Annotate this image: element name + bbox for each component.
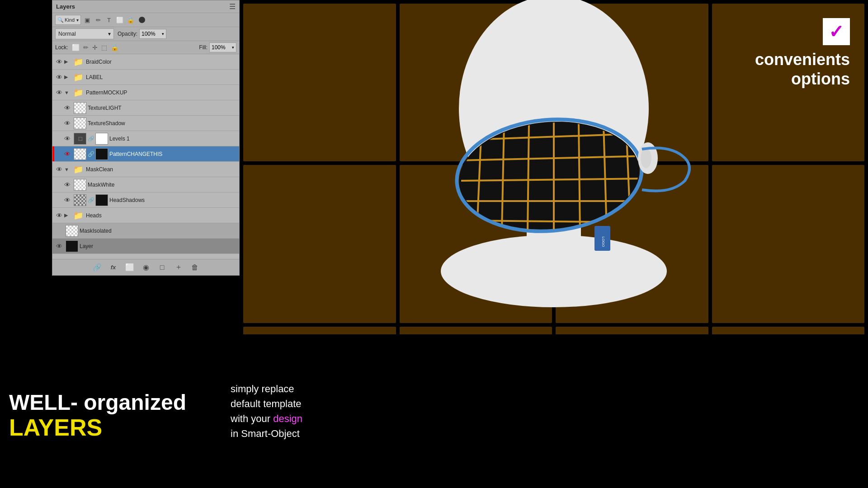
svg-text:LOGO: LOGO (601, 236, 605, 247)
filter-type-select[interactable]: 🔍 Kind ▾ (55, 15, 81, 25)
visibility-icon[interactable]: 👁 (54, 243, 64, 250)
smart-filter-icon[interactable]: 🔒 (126, 15, 135, 24)
layer-thumbnail: 📁 (72, 71, 85, 83)
panel-bottom-toolbar: 🔗 fx ⬜ ◉ □ ＋ 🗑 (52, 259, 239, 275)
bottom-left-text: WELL- organized LAYERS (0, 334, 222, 488)
layer-item-heads[interactable]: 👁 ▶ 📁 Heads (52, 208, 239, 223)
color-filter-dot[interactable] (139, 17, 145, 23)
layer-item[interactable]: 👁 TextureShadow (52, 116, 239, 131)
layer-name: Layer (80, 243, 237, 249)
new-layer-icon[interactable]: ＋ (173, 262, 184, 273)
panel-menu-icon[interactable]: ☰ (229, 2, 236, 11)
visibility-icon[interactable]: 👁 (54, 89, 64, 96)
layer-thumbnail (74, 102, 86, 114)
replace-text: simply replace default template with you… (231, 381, 321, 441)
shape-filter-icon[interactable]: ⬜ (115, 15, 124, 24)
layer-item[interactable]: 👁 TextureLIGHT (52, 100, 239, 116)
pixel-filter-icon[interactable]: ▣ (83, 15, 92, 24)
layer-item[interactable]: 👁 MaskIsolated (52, 223, 239, 239)
layer-adjustment-icon: ⬚ (74, 133, 86, 145)
visibility-icon[interactable]: 👁 (54, 166, 64, 173)
layer-item[interactable]: 👁 ▼ 📁 MaskClean (52, 162, 239, 177)
layer-thumbnail (66, 225, 78, 237)
visibility-icon[interactable]: 👁 (62, 181, 72, 188)
layer-item[interactable]: 👁 MaskWhite (52, 177, 239, 192)
layer-thumbnail: 📁 (72, 210, 85, 221)
visibility-icon[interactable]: 👁 (54, 212, 64, 219)
svg-point-2 (441, 235, 667, 307)
link-icon: 🔗 (88, 136, 94, 142)
layer-name: Levels 1 (109, 136, 237, 142)
well-organized-text: WELL- organized (9, 391, 212, 415)
layer-mask-thumbnail (95, 133, 108, 145)
checkmark-box: ✓ (823, 18, 850, 45)
layer-thumbnail (74, 179, 86, 191)
blend-mode-select[interactable]: Normal ▾ (55, 28, 114, 39)
adjustment-icon[interactable]: ◉ (141, 262, 151, 273)
layer-item[interactable]: 👁 ▶ 📁 BraidColor (52, 54, 239, 70)
visibility-icon[interactable]: 👁 (62, 150, 72, 158)
link-layers-icon[interactable]: 🔗 (92, 262, 103, 273)
group-icon[interactable]: □ (157, 262, 168, 273)
layers-yellow-text: LAYERS (9, 415, 212, 441)
lock-position-icon[interactable]: ✛ (92, 44, 98, 51)
panel-title: Layers (56, 3, 75, 10)
layer-item[interactable]: 👁 🔗 HeadShadows (52, 192, 239, 208)
visibility-icon[interactable]: 👁 (54, 58, 64, 66)
checkmark-icon: ✓ (829, 23, 844, 41)
layer-name: HeadShadows (109, 197, 237, 203)
collapse-arrow[interactable]: ▶ (64, 59, 71, 65)
layer-item[interactable]: 👁 ▶ 📁 LABEL (52, 70, 239, 85)
svg-point-19 (641, 148, 651, 168)
lock-row: Lock: ⬜ ✏ ✛ ⬚ 🔒 Fill: 100% ▾ (52, 41, 239, 54)
layer-name: MaskWhite (88, 182, 237, 188)
visibility-icon[interactable]: 👁 (54, 74, 64, 81)
layer-thumbnail (66, 240, 78, 252)
layer-name: BraidColor (86, 59, 237, 65)
fill-row: Fill: 100% ▾ (199, 42, 236, 52)
lock-artboard-icon[interactable]: ⬚ (101, 44, 107, 51)
layer-thumbnail (74, 194, 86, 206)
visibility-icon[interactable]: 👁 (62, 104, 72, 112)
panel-toolbar: 🔍 Kind ▾ ▣ ✏ T ⬜ 🔒 (52, 13, 239, 27)
layer-name: TextureShadow (88, 120, 237, 127)
opacity-input[interactable]: 100% ▾ (139, 29, 166, 39)
error-indicator (52, 146, 54, 161)
layer-name: PatternMOCKUP (86, 89, 237, 96)
visibility-icon[interactable]: 👁 (54, 227, 64, 235)
visibility-icon[interactable]: 👁 (62, 135, 72, 142)
visibility-icon[interactable]: 👁 (62, 120, 72, 127)
layer-thumbnail (74, 148, 86, 160)
collapse-arrow[interactable]: ▼ (64, 167, 71, 172)
adjustment-filter-icon[interactable]: ✏ (94, 15, 103, 24)
layer-name: Heads (86, 212, 237, 219)
badge-text: convenients options (755, 50, 850, 89)
delete-layer-icon[interactable]: 🗑 (189, 262, 200, 273)
layer-mask-thumbnail (95, 148, 108, 160)
layer-item[interactable]: 👁 Layer (52, 239, 239, 254)
layer-thumbnail: 📁 (72, 87, 85, 99)
design-highlight: design (273, 413, 302, 424)
add-mask-icon[interactable]: ⬜ (124, 262, 135, 273)
collapse-arrow[interactable]: ▶ (64, 212, 71, 218)
lock-image-icon[interactable]: ✏ (83, 44, 89, 51)
fill-input[interactable]: 100% ▾ (209, 42, 236, 52)
layer-thumbnail: 📁 (72, 164, 85, 175)
layer-name: MaskIsolated (80, 228, 237, 234)
lock-transparent-icon[interactable]: ⬜ (72, 44, 80, 51)
top-right-badge: ✓ convenients options (755, 18, 850, 89)
panel-header: Layers ☰ (52, 0, 239, 13)
layer-item[interactable]: 👁 ⬚ 🔗 Levels 1 (52, 131, 239, 146)
collapse-arrow[interactable]: ▼ (64, 90, 71, 95)
collapse-arrow[interactable]: ▶ (64, 74, 71, 80)
layer-name: TextureLIGHT (88, 105, 237, 111)
layer-name: MaskClean (86, 166, 237, 173)
fx-icon[interactable]: fx (108, 262, 119, 273)
visibility-icon[interactable]: 👁 (62, 197, 72, 204)
layer-item-active[interactable]: 👁 🔗 PatternCHANGETHIS (52, 146, 239, 162)
layer-item[interactable]: 👁 ▼ 📁 PatternMOCKUP (52, 85, 239, 100)
lock-all-icon[interactable]: 🔒 (111, 44, 118, 51)
type-filter-icon[interactable]: T (104, 15, 113, 24)
opacity-row: Opacity: 100% ▾ (118, 29, 166, 39)
layers-list: 👁 ▶ 📁 BraidColor 👁 ▶ 📁 LABEL 👁 ▼ 📁 Patte… (52, 54, 239, 259)
